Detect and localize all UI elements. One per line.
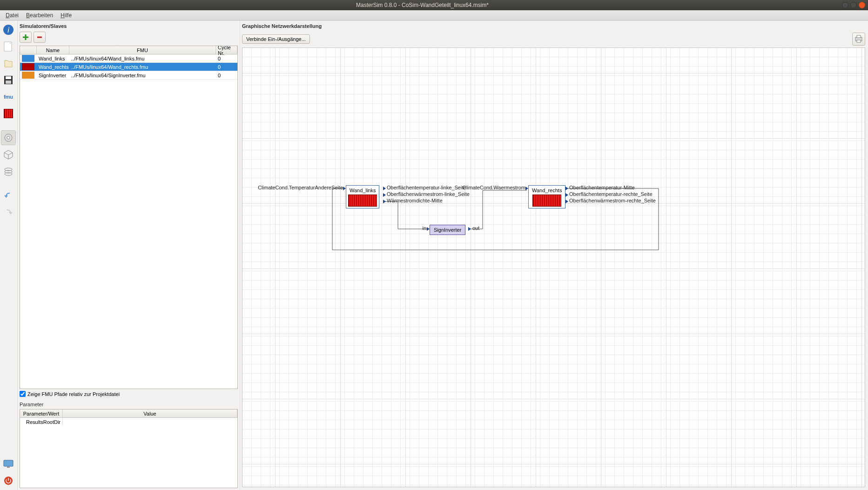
svg-rect-24 xyxy=(857,40,861,42)
port-out-tri xyxy=(383,187,386,190)
port-label: out xyxy=(472,225,479,231)
svg-rect-16 xyxy=(4,460,13,466)
svg-rect-23 xyxy=(857,35,861,38)
col-fmu-header: FMU xyxy=(69,46,216,54)
port-in-tri xyxy=(343,187,346,190)
port-out-tri xyxy=(565,187,568,190)
port-label: ClimateCond.TemperaturAndereSeite xyxy=(258,185,343,190)
port-label: Oberflächentemperatur-linke_Seite xyxy=(387,185,466,190)
node-label: Wand_rechts xyxy=(530,187,564,194)
menu-hilfe[interactable]: Hilfe xyxy=(57,11,75,20)
svg-rect-17 xyxy=(7,467,10,468)
slave-table[interactable]: Name FMU Cycle Nr. Wand_links ../FMUs/li… xyxy=(20,46,238,389)
slave-row[interactable]: Wand_links ../FMUs/linux64/Wand_links.fm… xyxy=(20,54,237,63)
remove-slave-button[interactable] xyxy=(34,32,46,43)
power-icon[interactable] xyxy=(1,473,16,488)
node-signinverter[interactable]: SignInverter xyxy=(430,225,465,235)
col-name-header: Name xyxy=(37,46,69,54)
col-value-header: Value xyxy=(63,409,237,417)
port-out-tri xyxy=(383,193,386,197)
fmu-icon[interactable]: fmu xyxy=(1,89,16,104)
close-button[interactable] xyxy=(859,2,865,8)
node-label: SignInverter xyxy=(434,227,461,233)
relative-path-row: Zeige FMU Pfade relativ zur Projektdatei xyxy=(18,389,240,399)
redo-icon[interactable] xyxy=(1,205,16,220)
param-row[interactable]: ResultsRootDir xyxy=(20,418,237,426)
cube-icon[interactable] xyxy=(1,147,16,162)
wire-overlay xyxy=(242,48,865,487)
slave-row[interactable]: Wand_rechts ../FMUs/linux64/Wand_rechts.… xyxy=(20,63,237,71)
monitor-icon[interactable] xyxy=(1,456,16,471)
print-button[interactable] xyxy=(852,33,865,46)
gear-icon[interactable] xyxy=(1,130,16,145)
node-label: Wand_links xyxy=(348,187,377,194)
save-icon[interactable] xyxy=(1,73,16,87)
new-file-icon[interactable] xyxy=(1,39,16,54)
port-label: Oberflächentemperatur-rechte_Seite xyxy=(569,191,653,197)
open-icon[interactable] xyxy=(1,56,16,71)
port-in-tri xyxy=(427,227,430,231)
col-cycle-header: Cycle Nr. xyxy=(216,46,237,54)
left-toolbar: i fmu xyxy=(0,20,18,490)
port-label: in xyxy=(422,225,426,231)
parameter-panel-title: Parameter xyxy=(18,399,240,409)
window-title: MasterSim 0.8.0 - CoSim-WandGeteilt_linu… xyxy=(3,2,842,8)
network-panel: Graphische Netzwerkdarstellung Verbinde … xyxy=(240,20,868,490)
port-out-tri xyxy=(468,227,471,231)
port-label: Wärmestromdichte-Mitte xyxy=(387,198,443,203)
menu-bearbeiten[interactable]: Bearbeiten xyxy=(22,11,57,20)
relative-path-label: Zeige FMU Pfade relativ zur Projektdatei xyxy=(27,391,120,397)
port-out-tri xyxy=(565,200,568,203)
col-param-header: Parameter/Wert xyxy=(20,409,63,417)
add-slave-button[interactable] xyxy=(20,32,32,43)
red-block-icon[interactable] xyxy=(1,106,16,121)
port-out-tri xyxy=(383,200,386,203)
undo-icon[interactable] xyxy=(1,188,16,203)
svg-text:i: i xyxy=(7,26,9,34)
network-canvas[interactable]: Wand_links ClimateCond.TemperaturAndereS… xyxy=(242,47,865,487)
menu-bar: Datei Bearbeiten Hilfe xyxy=(0,10,868,20)
svg-line-10 xyxy=(4,153,8,155)
svg-point-8 xyxy=(7,136,10,139)
port-in-tri xyxy=(525,187,528,190)
layers-icon[interactable] xyxy=(1,164,16,179)
node-thumbnail xyxy=(348,195,377,207)
port-label: ClimateCond.Waermestrom xyxy=(463,185,525,190)
slaves-panel-title: Simulatoren/Slaves xyxy=(18,20,240,31)
svg-rect-6 xyxy=(6,81,11,84)
slave-row[interactable]: SignInverter ../FMUs/linux64/SignInverte… xyxy=(20,71,237,80)
maximize-button[interactable] xyxy=(850,2,857,8)
node-wand-links[interactable]: Wand_links xyxy=(346,185,379,208)
network-panel-title: Graphische Netzwerkdarstellung xyxy=(242,20,322,31)
port-out-tri xyxy=(565,193,568,197)
node-wand-rechts[interactable]: Wand_rechts xyxy=(528,185,565,208)
port-label: Oberflächenwärmestrom-linke_Seite xyxy=(387,191,470,197)
window-controls xyxy=(842,2,865,8)
title-bar: MasterSim 0.8.0 - CoSim-WandGeteilt_linu… xyxy=(0,0,868,10)
menu-datei[interactable]: Datei xyxy=(2,11,22,20)
node-thumbnail xyxy=(532,195,561,207)
slaves-panel: Simulatoren/Slaves Name FMU Cycle Nr. xyxy=(18,20,240,490)
port-label: Oberflächentemperatur-Mitte xyxy=(569,185,635,190)
svg-line-11 xyxy=(8,153,13,155)
relative-path-checkbox[interactable] xyxy=(20,391,26,397)
slave-table-header: Name FMU Cycle Nr. xyxy=(20,46,237,54)
svg-rect-5 xyxy=(6,76,11,79)
parameter-table[interactable]: Parameter/Wert Value ResultsRootDir xyxy=(20,409,238,488)
minimize-button[interactable] xyxy=(842,2,848,8)
port-label: Oberflächenwärmestrom-rechte_Seite xyxy=(569,198,656,203)
info-icon[interactable]: i xyxy=(1,22,16,37)
connect-ports-button[interactable]: Verbinde Ein-/Ausgänge... xyxy=(242,34,310,44)
